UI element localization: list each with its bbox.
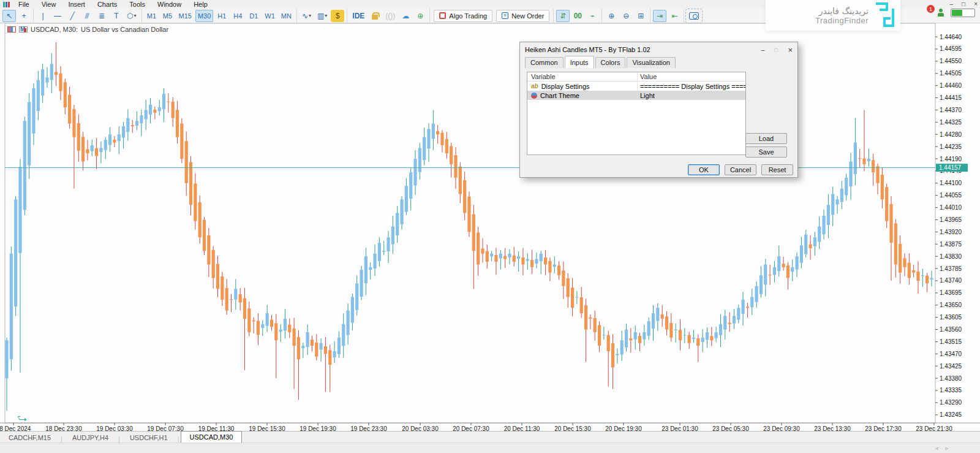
shift-chart-button[interactable]: ⇤ xyxy=(668,10,681,22)
price-axis-label: 1.44595 xyxy=(940,45,962,52)
menu-item-view[interactable]: View xyxy=(36,1,62,8)
dialog-tab-inputs[interactable]: Inputs xyxy=(565,56,594,68)
profit-currency-button[interactable]: $ xyxy=(331,10,344,22)
camera-icon xyxy=(689,12,699,20)
text-tool-button[interactable]: T xyxy=(110,10,123,22)
table-row[interactable]: ab Display Settings ========== Display S… xyxy=(527,82,745,91)
timeframe-button-w1[interactable]: W1 xyxy=(262,10,277,22)
tile-windows-button[interactable]: ⊞ xyxy=(634,10,647,22)
timeframe-button-m15[interactable]: M15 xyxy=(176,10,194,22)
candle-body xyxy=(562,270,565,286)
timeframe-button-m5[interactable]: M5 xyxy=(160,10,175,22)
chart-tab-usdchf-h1[interactable]: USDCHF,H1 xyxy=(121,432,176,443)
candle-body xyxy=(450,146,453,164)
zoom-in-button[interactable]: ⊕ xyxy=(605,10,618,22)
algo-trading-button[interactable]: Algo Trading xyxy=(434,10,492,22)
screenshot-camera-button[interactable] xyxy=(687,10,701,22)
cursor-tool-button[interactable]: ↖ xyxy=(2,10,16,22)
candle-body xyxy=(696,338,699,346)
dialog-titlebar[interactable]: Heiken Ashi Candles MT5 - By TFlab 1.02 … xyxy=(520,42,797,57)
candle-body xyxy=(723,316,726,329)
save-button[interactable]: Save xyxy=(745,147,787,158)
crosshair-tool-button[interactable]: + xyxy=(17,10,31,22)
time-axis-label: 20 Dec 03:30 xyxy=(402,425,439,431)
candle-chart-button[interactable]: ▥▾ xyxy=(315,10,330,22)
timeframe-button-h4[interactable]: H4 xyxy=(230,10,245,22)
chart-tab-cadchf-m15[interactable]: CADCHF,M15 xyxy=(0,432,59,443)
depth-of-market-button[interactable]: 00 xyxy=(571,10,584,22)
one-click-trading-icon[interactable] xyxy=(7,26,16,32)
tick-chart-button[interactable]: ⇵ xyxy=(556,10,570,22)
input-value[interactable]: ========== Display Settings ======... xyxy=(638,83,745,90)
horizontal-line-tool-button[interactable]: — xyxy=(51,10,64,22)
timeframe-button-d1[interactable]: D1 xyxy=(246,10,261,22)
vertical-line-tool-button[interactable]: | xyxy=(36,10,50,22)
dialog-close-button[interactable]: × xyxy=(788,45,793,55)
tab-scroll-arrows[interactable]: ◃▹ xyxy=(935,445,956,451)
dialog-tab-common[interactable]: Common xyxy=(525,57,564,68)
zoom-out-button[interactable]: ⊖ xyxy=(619,10,633,22)
notification-icon[interactable]: 1 xyxy=(920,7,931,18)
load-button[interactable]: Load xyxy=(745,133,787,144)
chart-tab-audjpy-h4[interactable]: AUDJPY,H4 xyxy=(64,432,117,443)
candle-body xyxy=(800,245,803,262)
shapes-tool-button[interactable]: ⬡▾ xyxy=(124,10,139,22)
reset-button[interactable]: Reset xyxy=(761,164,793,175)
line-chart-button[interactable]: ∿▾ xyxy=(300,10,314,22)
price-axis-label: 1.43785 xyxy=(940,265,962,272)
candle-body xyxy=(733,316,736,323)
ok-button[interactable]: OK xyxy=(688,164,720,175)
candle-body xyxy=(432,124,435,139)
menu-item-window[interactable]: Window xyxy=(151,1,187,8)
candle-body xyxy=(301,346,304,348)
chart-tab-usdcad-m30[interactable]: USDCAD,M30 xyxy=(181,431,243,443)
menu-item-tools[interactable]: Tools xyxy=(123,1,151,8)
candle-body xyxy=(499,254,502,259)
window-restore-button[interactable]: □ xyxy=(962,1,965,7)
menu-item-charts[interactable]: Charts xyxy=(91,1,123,8)
websocket-icon[interactable]: (()) xyxy=(383,10,398,22)
trendline-tool-button[interactable]: ╱ xyxy=(66,10,79,22)
menu-item-insert[interactable]: Insert xyxy=(62,1,91,8)
candle-body xyxy=(18,167,21,253)
candle-body xyxy=(688,335,691,343)
candle-body xyxy=(45,77,48,82)
cloud-icon[interactable]: ☁ xyxy=(399,10,412,22)
chart-window[interactable]: 1.446401.445951.445501.445051.444601.444… xyxy=(0,23,980,431)
ide-button[interactable]: IDE xyxy=(350,10,367,22)
dialog-minimize-button[interactable]: – xyxy=(761,47,765,53)
timeframe-button-m30[interactable]: M30 xyxy=(195,10,213,22)
dialog-tab-colors[interactable]: Colors xyxy=(595,57,626,68)
price-axis-label: 1.44550 xyxy=(940,58,962,64)
window-close-button[interactable]: × xyxy=(974,1,978,7)
timeframe-button-h1[interactable]: H1 xyxy=(214,10,229,22)
community-globe-icon[interactable]: ⊕ xyxy=(413,10,427,22)
menu-item-help[interactable]: Help xyxy=(187,1,214,8)
price-axis-label: 1.43560 xyxy=(940,326,962,333)
dialog-tab-visualization[interactable]: Visualization xyxy=(627,57,676,68)
time-axis-label: 23 Dec 05:30 xyxy=(712,425,749,431)
candle-body xyxy=(503,256,507,259)
candle-body xyxy=(180,123,183,159)
channel-tool-button[interactable]: ⫻ xyxy=(80,10,94,22)
fibonacci-tool-button[interactable]: ≣ xyxy=(95,10,108,22)
scroll-to-end-button[interactable]: ⇥ xyxy=(653,10,666,22)
lock-icon[interactable] xyxy=(368,10,382,22)
timeframe-button-mn[interactable]: MN xyxy=(279,10,294,22)
timeframe-button-m1[interactable]: M1 xyxy=(145,10,159,22)
window-minimize-button[interactable]: – xyxy=(950,1,954,7)
account-level-icon[interactable] xyxy=(937,9,944,17)
chart-canvas[interactable]: 1.446401.445951.445501.445051.444601.444… xyxy=(0,23,980,431)
new-order-button[interactable]: + New Order xyxy=(496,10,549,22)
candle-body xyxy=(472,215,475,251)
menu-item-file[interactable]: File xyxy=(12,1,36,8)
input-value[interactable]: Light xyxy=(638,92,745,99)
dialog-maximize-button[interactable]: □ xyxy=(774,47,778,53)
candle-body xyxy=(786,265,790,278)
toolbar-group-cursor: ↖ + xyxy=(0,9,34,23)
table-row-selected[interactable]: Chart Theme Light xyxy=(527,91,745,100)
zigzag-indicator-button[interactable]: ⌁ xyxy=(586,10,599,22)
cancel-button[interactable]: Cancel xyxy=(725,164,756,175)
market-watch-icon[interactable] xyxy=(19,26,28,32)
price-axis-label: 1.44100 xyxy=(940,180,962,186)
